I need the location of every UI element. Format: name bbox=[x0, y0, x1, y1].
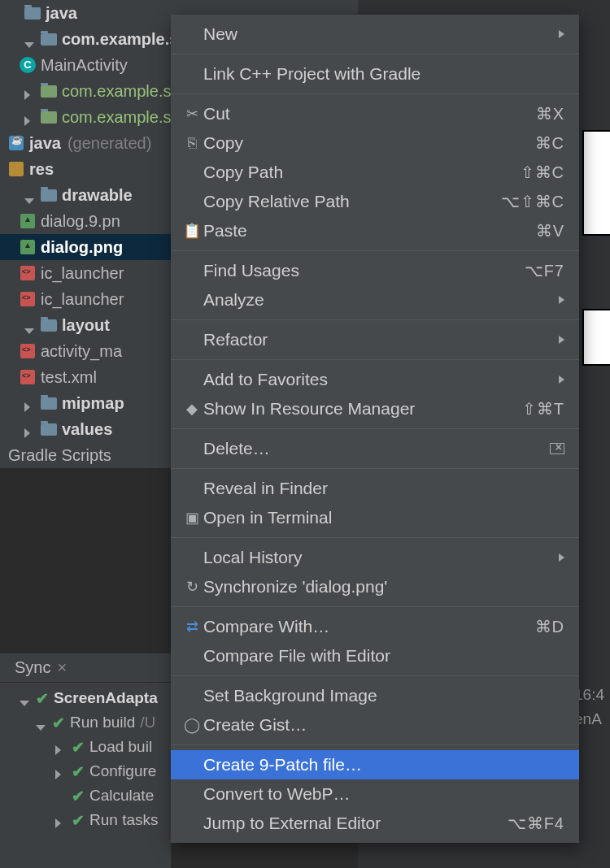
menu-label: New bbox=[203, 24, 559, 44]
tree-label: drawable bbox=[62, 186, 133, 205]
folder-icon bbox=[41, 189, 57, 202]
menu-label: Find Usages bbox=[203, 261, 525, 280]
folder-icon bbox=[24, 7, 41, 20]
menu-synchronize[interactable]: ↻Synchronize 'dialog.png' bbox=[171, 572, 579, 601]
menu-reveal-in-finder[interactable]: Reveal in Finder bbox=[171, 474, 579, 503]
folder-icon bbox=[41, 85, 57, 98]
expand-icon bbox=[20, 701, 29, 706]
submenu-icon bbox=[559, 375, 564, 384]
build-root[interactable]: ✔ ScreenAdapta bbox=[0, 686, 171, 710]
menu-label: Copy Path bbox=[203, 163, 521, 182]
menu-analyze[interactable]: Analyze bbox=[171, 285, 579, 315]
tree-label: ic_launcher bbox=[41, 290, 124, 309]
build-calculate[interactable]: ✔ Calculate bbox=[0, 783, 171, 808]
menu-compare-with-editor[interactable]: Compare File with Editor bbox=[171, 641, 579, 671]
menu-cut[interactable]: ✂Cut⌘X bbox=[171, 99, 579, 128]
menu-jump-external-editor[interactable]: Jump to External Editor⌥⌘F4 bbox=[171, 809, 579, 838]
collapse-icon bbox=[24, 402, 30, 412]
menu-shortcut: ⌘X bbox=[536, 104, 564, 124]
check-icon: ✔ bbox=[72, 738, 85, 757]
folder-icon bbox=[41, 33, 57, 46]
menu-compare-with[interactable]: ⇄Compare With…⌘D bbox=[171, 612, 579, 641]
tree-label: dialog.9.pn bbox=[41, 212, 120, 231]
menu-label: Convert to WebP… bbox=[203, 784, 564, 804]
expand-icon bbox=[24, 328, 34, 334]
menu-open-in-terminal[interactable]: ▣Open in Terminal bbox=[171, 503, 579, 532]
menu-separator bbox=[171, 468, 579, 469]
check-icon: ✔ bbox=[72, 762, 85, 781]
menu-label: Show In Resource Manager bbox=[203, 399, 522, 419]
menu-separator bbox=[171, 54, 579, 54]
expand-icon bbox=[24, 198, 34, 204]
image-icon bbox=[20, 240, 35, 254]
collapse-icon bbox=[24, 116, 30, 126]
menu-separator bbox=[171, 537, 579, 538]
build-run-tasks[interactable]: ✔ Run tasks bbox=[0, 808, 171, 832]
menu-separator bbox=[171, 606, 579, 607]
resource-manager-icon: ◆ bbox=[181, 400, 203, 418]
build-time: 16:4 bbox=[574, 683, 610, 707]
build-label: Run build bbox=[70, 714, 135, 731]
image-icon bbox=[20, 214, 35, 228]
check-icon: ✔ bbox=[72, 787, 85, 805]
menu-label: Link C++ Project with Gradle bbox=[203, 64, 564, 84]
build-run-build[interactable]: ✔ Run build /U bbox=[0, 710, 171, 735]
menu-create-9patch[interactable]: Create 9-Patch file… bbox=[171, 750, 579, 779]
submenu-icon bbox=[559, 336, 564, 344]
menu-label: Local History bbox=[203, 548, 559, 567]
sync-tab[interactable]: Sync × bbox=[0, 653, 171, 683]
menu-find-usages[interactable]: Find Usages⌥F7 bbox=[171, 256, 579, 285]
build-configure[interactable]: ✔ Configure bbox=[0, 759, 171, 783]
menu-local-history[interactable]: Local History bbox=[171, 543, 579, 572]
close-icon[interactable]: × bbox=[57, 658, 67, 677]
class-icon: C bbox=[20, 57, 36, 73]
menu-copy-relative-path[interactable]: Copy Relative Path⌥⇧⌘C bbox=[171, 187, 579, 216]
menu-set-background-image[interactable]: Set Background Image bbox=[171, 681, 579, 710]
menu-link-cpp[interactable]: Link C++ Project with Gradle bbox=[171, 59, 579, 89]
menu-label: Set Background Image bbox=[203, 686, 564, 705]
menu-shortcut: ⇧⌘T bbox=[522, 399, 564, 419]
java-icon bbox=[9, 136, 24, 150]
tree-label: dialog.png bbox=[41, 238, 123, 257]
build-path: /U bbox=[140, 714, 155, 731]
menu-shortcut: ⌘C bbox=[535, 133, 564, 153]
menu-label: Create 9-Patch file… bbox=[203, 755, 564, 775]
tree-label: layout bbox=[62, 316, 110, 335]
build-panel: ✔ ScreenAdapta ✔ Run build /U ✔ Load bui… bbox=[0, 683, 171, 868]
menu-add-to-favorites[interactable]: Add to Favorites bbox=[171, 365, 579, 394]
menu-copy[interactable]: ⎘Copy⌘C bbox=[171, 128, 579, 158]
menu-separator bbox=[171, 93, 579, 94]
compare-icon: ⇄ bbox=[181, 618, 203, 636]
menu-create-gist[interactable]: ◯Create Gist… bbox=[171, 710, 579, 740]
menu-resource-manager[interactable]: ◆Show In Resource Manager⇧⌘T bbox=[171, 394, 579, 423]
tree-label: activity_ma bbox=[41, 342, 122, 361]
menu-delete[interactable]: Delete… bbox=[171, 434, 579, 463]
tree-label: res bbox=[29, 160, 54, 179]
menu-separator bbox=[171, 744, 579, 745]
menu-new[interactable]: New bbox=[171, 20, 579, 49]
sync-icon: ↻ bbox=[181, 578, 203, 596]
menu-separator bbox=[171, 319, 579, 320]
res-icon bbox=[9, 162, 24, 176]
menu-label: Add to Favorites bbox=[203, 370, 559, 389]
folder-icon bbox=[41, 111, 57, 124]
collapse-icon bbox=[55, 770, 61, 779]
xml-icon bbox=[20, 266, 35, 280]
tree-label: java bbox=[29, 134, 61, 153]
submenu-icon bbox=[559, 296, 564, 304]
menu-convert-to-webp[interactable]: Convert to WebP… bbox=[171, 779, 579, 809]
menu-shortcut: ⌥⌘F4 bbox=[508, 814, 564, 833]
check-icon: ✔ bbox=[52, 714, 65, 732]
collapse-icon bbox=[55, 745, 61, 755]
tree-label: com.example.s bbox=[62, 108, 172, 127]
folder-icon bbox=[41, 423, 57, 436]
tree-label-suffix: (generated) bbox=[68, 134, 151, 153]
sync-tab-label: Sync bbox=[15, 658, 50, 677]
build-load[interactable]: ✔ Load buil bbox=[0, 735, 171, 759]
terminal-icon: ▣ bbox=[181, 509, 203, 527]
menu-label: Refactor bbox=[203, 330, 559, 349]
menu-copy-path[interactable]: Copy Path⇧⌘C bbox=[171, 158, 579, 187]
menu-paste[interactable]: 📋Paste⌘V bbox=[171, 216, 579, 245]
collapse-icon bbox=[55, 818, 61, 828]
menu-refactor[interactable]: Refactor bbox=[171, 325, 579, 354]
